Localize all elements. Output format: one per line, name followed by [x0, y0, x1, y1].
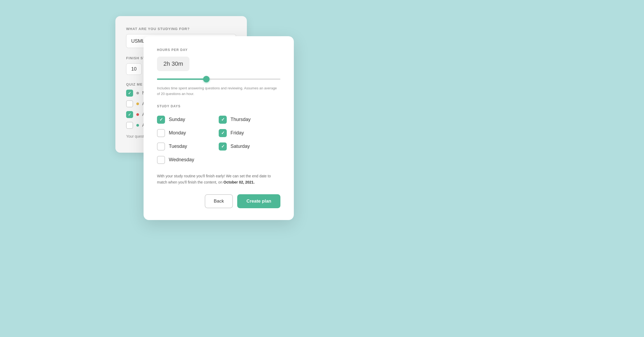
list-item: Tuesday	[157, 140, 219, 153]
quiz-checkbox-1[interactable]	[126, 100, 133, 107]
thursday-checkbox[interactable]	[219, 116, 227, 124]
dot-icon	[136, 102, 139, 105]
saturday-checkbox[interactable]	[219, 142, 227, 151]
list-item: Sunday	[157, 113, 219, 126]
tuesday-label: Tuesday	[169, 144, 187, 149]
dot-icon	[136, 92, 139, 94]
slider-fill	[157, 79, 206, 80]
hours-label: HOURS PER DAY	[157, 48, 280, 52]
right-column: Thursday Friday Saturday	[219, 113, 280, 167]
studying-label: WHAT ARE YOU STUDYING FOR?	[126, 27, 236, 31]
dot-icon	[136, 113, 139, 116]
monday-label: Monday	[169, 130, 186, 136]
slider-note: Includes time spent answering questions …	[157, 86, 280, 97]
summary-date: October 02, 2021.	[224, 180, 255, 184]
list-item: Wednesday	[157, 153, 219, 167]
list-item: Saturday	[219, 140, 280, 153]
tuesday-checkbox[interactable]	[157, 142, 165, 151]
modal-footer: Back Create plan	[157, 194, 280, 208]
main-modal: HOURS PER DAY 2h 30m Includes time spent…	[144, 36, 294, 220]
study-days-section: STUDY DAYS Sunday Monday Tuesday	[157, 104, 280, 167]
sunday-checkbox[interactable]	[157, 116, 165, 124]
friday-label: Friday	[230, 130, 244, 136]
thursday-label: Thursday	[230, 117, 251, 122]
saturday-label: Saturday	[230, 144, 250, 149]
hours-slider[interactable]	[157, 76, 280, 82]
quiz-checkbox-0[interactable]	[126, 90, 133, 97]
friday-checkbox[interactable]	[219, 129, 227, 137]
monday-checkbox[interactable]	[157, 129, 165, 137]
study-days-label: STUDY DAYS	[157, 104, 280, 108]
slider-track	[157, 79, 280, 80]
days-grid: Sunday Monday Tuesday Wednesday	[157, 113, 280, 167]
list-item: Friday	[219, 126, 280, 140]
quiz-checkbox-3[interactable]	[126, 122, 133, 129]
hours-display: 2h 30m	[157, 57, 189, 71]
quiz-checkbox-2[interactable]	[126, 111, 133, 118]
list-item: Monday	[157, 126, 219, 140]
wednesday-checkbox[interactable]	[157, 156, 165, 164]
list-item: Thursday	[219, 113, 280, 126]
back-button[interactable]: Back	[205, 194, 233, 208]
wednesday-label: Wednesday	[169, 157, 194, 163]
slider-thumb	[203, 76, 210, 82]
dot-icon	[136, 124, 139, 127]
left-column: Sunday Monday Tuesday Wednesday	[157, 113, 219, 167]
date-month[interactable]: 10	[126, 63, 142, 75]
summary-text: With your study routine you'll finish ea…	[157, 173, 280, 186]
create-plan-button[interactable]: Create plan	[237, 194, 280, 208]
sunday-label: Sunday	[169, 117, 185, 122]
